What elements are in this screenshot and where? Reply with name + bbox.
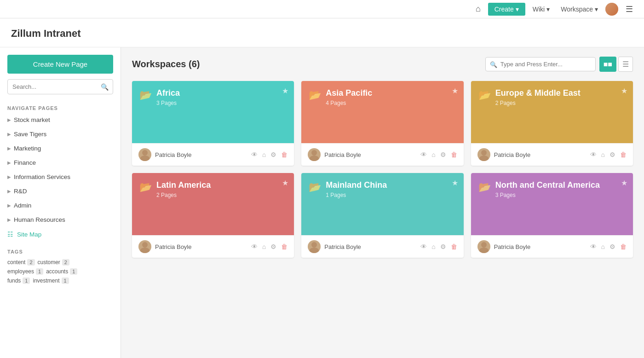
- user-name: Patricia Boyle: [155, 151, 191, 158]
- folder-icon: 📂: [478, 181, 491, 193]
- card-title-latin-america: Latin America: [156, 180, 211, 190]
- home-icon[interactable]: ⌂: [472, 2, 484, 16]
- home-icon[interactable]: ⌂: [431, 243, 435, 250]
- sidebar-item-save-tigers[interactable]: ▶ Save Tigers: [0, 127, 121, 141]
- sidebar-item-marketing[interactable]: ▶ Marketing: [0, 141, 121, 156]
- view-icon[interactable]: 👁: [590, 151, 597, 158]
- delete-icon[interactable]: 🗑: [451, 243, 457, 250]
- delete-icon[interactable]: 🗑: [281, 151, 288, 158]
- user-info: Patricia Boyle: [308, 148, 361, 161]
- settings-icon[interactable]: ⚙: [610, 243, 615, 250]
- search-icon: 🔍: [490, 61, 497, 68]
- card-header-africa[interactable]: 📂 Africa 3 Pages ★: [132, 81, 294, 143]
- user-avatar: [308, 148, 321, 161]
- home-icon[interactable]: ⌂: [262, 243, 266, 250]
- tag-customer[interactable]: customer 2: [38, 259, 69, 266]
- card-pages-north-central-america: 3 Pages: [495, 192, 600, 198]
- card-header-asia-pacific[interactable]: 📂 Asia Pacific 4 Pages ★: [301, 81, 463, 143]
- user-info: Patricia Boyle: [138, 240, 191, 253]
- sitemap-icon: ☷: [7, 231, 13, 238]
- view-icon[interactable]: 👁: [420, 243, 427, 250]
- hamburger-icon[interactable]: ☰: [622, 2, 637, 16]
- chevron-right-icon: ▶: [7, 203, 11, 208]
- user-avatar: [477, 240, 490, 253]
- view-icon[interactable]: 👁: [251, 151, 258, 158]
- tag-employees[interactable]: employees 1: [7, 268, 43, 275]
- star-icon[interactable]: ★: [452, 87, 458, 95]
- user-name: Patricia Boyle: [494, 151, 530, 158]
- folder-icon: 📂: [139, 89, 152, 101]
- create-new-page-button[interactable]: Create New Page: [7, 55, 113, 74]
- delete-icon[interactable]: 🗑: [281, 243, 288, 250]
- folder-icon: 📂: [478, 89, 491, 101]
- search-input[interactable]: [7, 79, 113, 94]
- card-footer-africa: Patricia Boyle 👁 ⌂ ⚙ 🗑: [132, 143, 294, 166]
- view-icon[interactable]: 👁: [251, 243, 258, 250]
- card-title-north-central-america: North and Central America: [495, 180, 600, 190]
- settings-icon[interactable]: ⚙: [440, 151, 446, 158]
- header-right: 🔍 ■■ ☰: [485, 57, 633, 72]
- delete-icon[interactable]: 🗑: [620, 243, 627, 250]
- tag-funds[interactable]: funds 1: [7, 277, 30, 284]
- folder-icon: 📂: [309, 89, 321, 101]
- tag-accounts[interactable]: accounts 1: [46, 268, 77, 275]
- user-name: Patricia Boyle: [494, 243, 530, 250]
- star-icon[interactable]: ★: [621, 87, 627, 95]
- chevron-down-icon: ▾: [516, 6, 519, 13]
- star-icon[interactable]: ★: [282, 87, 288, 95]
- grid-view-button[interactable]: ■■: [599, 57, 616, 72]
- delete-icon[interactable]: 🗑: [451, 151, 457, 158]
- settings-icon[interactable]: ⚙: [270, 243, 276, 250]
- home-icon[interactable]: ⌂: [262, 151, 266, 158]
- user-avatar[interactable]: [605, 3, 618, 16]
- list-view-button[interactable]: ☰: [618, 57, 633, 72]
- tag-investment[interactable]: investment 1: [33, 277, 69, 284]
- wiki-link[interactable]: Wiki ▾: [529, 4, 553, 15]
- card-header-latin-america[interactable]: 📂 Latin America 2 Pages ★: [132, 173, 294, 235]
- star-icon[interactable]: ★: [282, 179, 288, 187]
- sidebar-item-rnd[interactable]: ▶ R&D: [0, 184, 121, 198]
- card-pages-asia-pacific: 4 Pages: [326, 100, 372, 106]
- sidebar-item-stock-market[interactable]: ▶ Stock market: [0, 113, 121, 127]
- card-header-north-central-america[interactable]: 📂 North and Central America 3 Pages ★: [471, 173, 633, 235]
- user-name: Patricia Boyle: [324, 151, 361, 158]
- settings-icon[interactable]: ⚙: [610, 151, 615, 158]
- view-icon[interactable]: 👁: [420, 151, 427, 158]
- home-icon[interactable]: ⌂: [601, 151, 605, 158]
- chevron-right-icon: ▶: [7, 132, 11, 137]
- sidebar-item-finance[interactable]: ▶ Finance: [0, 156, 121, 170]
- view-icon[interactable]: 👁: [590, 243, 597, 250]
- tag-content[interactable]: content 2: [7, 259, 35, 266]
- home-icon[interactable]: ⌂: [601, 243, 605, 250]
- star-icon[interactable]: ★: [452, 179, 458, 187]
- star-icon[interactable]: ★: [621, 179, 627, 187]
- settings-icon[interactable]: ⚙: [270, 151, 276, 158]
- search-box: 🔍: [7, 79, 113, 94]
- sidebar-item-admin[interactable]: ▶ Admin: [0, 198, 121, 213]
- create-button[interactable]: Create ▾: [488, 3, 525, 16]
- tags-row-2: employees 1 accounts 1: [7, 268, 113, 275]
- chevron-right-icon: ▶: [7, 160, 11, 165]
- workspace-card-latin-america: 📂 Latin America 2 Pages ★ Patricia Boyle…: [132, 173, 294, 258]
- card-header-mainland-china[interactable]: 📂 Mainland China 1 Pages ★: [301, 173, 463, 235]
- sidebar-item-human-resources[interactable]: ▶ Human Resources: [0, 213, 121, 227]
- tags-title: TAGS: [7, 249, 113, 254]
- user-name: Patricia Boyle: [155, 243, 191, 250]
- card-header-europe-middle-east[interactable]: 📂 Europe & Middle East 2 Pages ★: [471, 81, 633, 143]
- search-icon: 🔍: [101, 83, 109, 91]
- user-avatar: [477, 148, 490, 161]
- workspace-card-mainland-china: 📂 Mainland China 1 Pages ★ Patricia Boyl…: [301, 173, 463, 258]
- card-actions: 👁 ⌂ ⚙ 🗑: [420, 151, 457, 158]
- sidebar-item-information-services[interactable]: ▶ Information Services: [0, 170, 121, 184]
- workspace-link[interactable]: Workspace ▾: [557, 4, 602, 15]
- card-actions: 👁 ⌂ ⚙ 🗑: [590, 243, 627, 250]
- site-map-link[interactable]: ☷ Site Map: [0, 227, 121, 242]
- card-footer-north-central-america: Patricia Boyle 👁 ⌂ ⚙ 🗑: [471, 235, 633, 258]
- app-title: Zillum Intranet: [0, 18, 644, 47]
- user-avatar: [138, 240, 151, 253]
- home-icon[interactable]: ⌂: [431, 151, 435, 158]
- workspaces-search-input[interactable]: [485, 57, 596, 71]
- delete-icon[interactable]: 🗑: [620, 151, 627, 158]
- settings-icon[interactable]: ⚙: [440, 243, 446, 250]
- workspace-card-europe-middle-east: 📂 Europe & Middle East 2 Pages ★ Patrici…: [471, 81, 633, 166]
